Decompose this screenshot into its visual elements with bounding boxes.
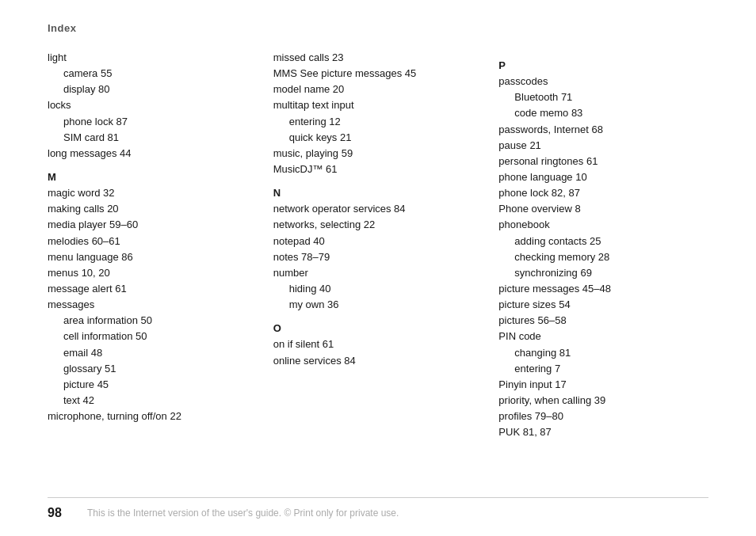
index-entry: SIM card 81	[48, 130, 258, 146]
index-entry: picture 45	[48, 377, 258, 393]
index-entry: making calls 20	[48, 201, 258, 217]
index-entry: pause 21	[498, 138, 708, 154]
index-entry: multitap text input	[273, 97, 483, 113]
index-entry: long messages 44	[48, 146, 258, 162]
index-entry: display 80	[48, 82, 258, 97]
index-entry: microphone, turning off/on 22	[48, 409, 258, 424]
index-entry: model name 20	[273, 82, 483, 97]
index-entry: adding contacts 25	[498, 234, 708, 249]
index-entry: picture messages 45–48	[498, 281, 708, 297]
index-entry: message alert 61	[48, 281, 258, 297]
index-entry: menu language 86	[48, 249, 258, 265]
index-entry: cell information 50	[48, 329, 258, 344]
index-entry: picture sizes 54	[498, 297, 708, 313]
page: Index lightcamera 55display 80locksphone…	[0, 0, 756, 536]
index-entry: my own 36	[273, 297, 483, 313]
index-entry: camera 55	[48, 66, 258, 82]
index-entry: N	[273, 185, 483, 201]
index-entry: light	[48, 50, 258, 66]
index-entry: online services 84	[273, 353, 483, 369]
columns-container: lightcamera 55display 80locksphone lock …	[48, 50, 708, 491]
column-3: PpasscodesBluetooth 71code memo 83passwo…	[498, 50, 708, 491]
index-entry: Pinyin input 17	[498, 377, 708, 393]
index-entry: Bluetooth 71	[498, 89, 708, 105]
index-entry: messages	[48, 297, 258, 313]
index-entry: MMS See picture messages 45	[273, 66, 483, 82]
footer: 98 This is the Internet version of the u…	[48, 497, 708, 520]
index-entry: synchronizing 69	[498, 265, 708, 281]
footer-text: This is the Internet version of the user…	[87, 507, 399, 519]
index-entry: PUK 81, 87	[498, 424, 708, 440]
index-entry: media player 59–60	[48, 217, 258, 233]
index-entry: quick keys 21	[273, 130, 483, 146]
index-title: Index	[48, 22, 708, 34]
index-entry: locks	[48, 97, 258, 113]
index-entry: glossary 51	[48, 361, 258, 377]
index-entry: code memo 83	[498, 105, 708, 121]
index-entry: missed calls 23	[273, 50, 483, 66]
index-entry: O	[273, 321, 483, 336]
index-entry: MusicDJ™ 61	[273, 162, 483, 177]
footer-page-number: 98	[48, 506, 71, 520]
index-entry: on if silent 61	[273, 336, 483, 352]
index-entry: checking memory 28	[498, 249, 708, 265]
index-entry: music, playing 59	[273, 146, 483, 162]
index-entry: profiles 79–80	[498, 409, 708, 424]
index-entry: phone lock 82, 87	[498, 185, 708, 201]
index-entry: hiding 40	[273, 281, 483, 297]
index-entry: melodies 60–61	[48, 234, 258, 249]
index-entry: menus 10, 20	[48, 265, 258, 281]
index-entry: entering 12	[273, 114, 483, 130]
column-2: missed calls 23MMS See picture messages …	[273, 50, 499, 491]
index-entry: phone lock 87	[48, 114, 258, 130]
index-entry: notepad 40	[273, 234, 483, 249]
index-entry: pictures 56–58	[498, 313, 708, 329]
index-entry: PIN code	[498, 329, 708, 344]
index-entry: passcodes	[498, 74, 708, 89]
index-entry: M	[48, 169, 258, 185]
index-entry: personal ringtones 61	[498, 154, 708, 169]
index-entry: priority, when calling 39	[498, 393, 708, 409]
index-entry: P	[498, 58, 708, 74]
index-entry: area information 50	[48, 313, 258, 329]
index-entry: network operator services 84	[273, 201, 483, 217]
index-entry: entering 7	[498, 361, 708, 377]
index-entry: phonebook	[498, 217, 708, 233]
index-entry: email 48	[48, 345, 258, 361]
index-entry: notes 78–79	[273, 249, 483, 265]
index-entry: changing 81	[498, 345, 708, 361]
index-entry: networks, selecting 22	[273, 217, 483, 233]
column-1: lightcamera 55display 80locksphone lock …	[48, 50, 273, 491]
index-entry: number	[273, 265, 483, 281]
index-entry: Phone overview 8	[498, 201, 708, 217]
index-entry: phone language 10	[498, 169, 708, 185]
index-entry: text 42	[48, 393, 258, 409]
index-entry: magic word 32	[48, 185, 258, 201]
index-entry: passwords, Internet 68	[498, 122, 708, 138]
